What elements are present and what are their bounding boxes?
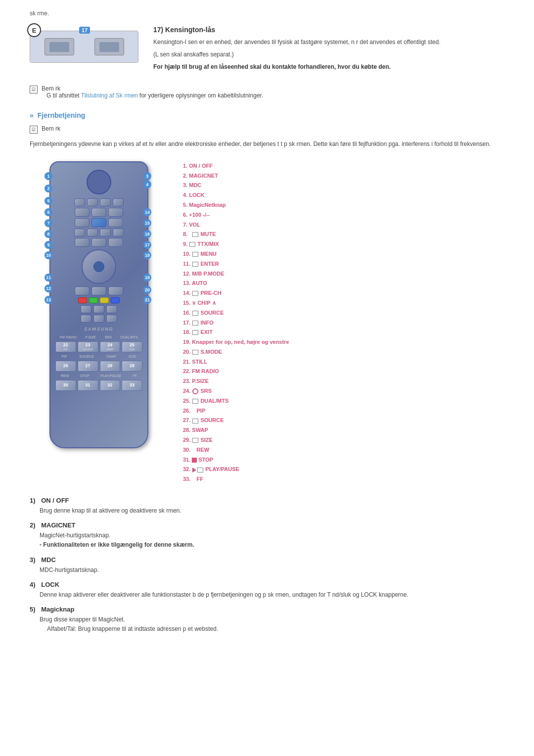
btn-u2 bbox=[93, 315, 104, 323]
bottom-grid-row3: 30 31 32 33 bbox=[55, 380, 142, 391]
prech-icon bbox=[192, 291, 198, 296]
link-tilslutning[interactable]: Tilslutning af Sk rmen bbox=[81, 92, 138, 99]
enter-icon bbox=[192, 262, 198, 267]
kensington-slot-inner-left bbox=[49, 42, 69, 52]
dual-icon bbox=[192, 399, 198, 404]
item-header-4: 4) LOCK bbox=[30, 581, 504, 588]
source2-icon bbox=[192, 419, 198, 424]
bottom-grid-row2: 26 27 28 29 bbox=[55, 361, 142, 372]
legend-24: 24. SRS bbox=[183, 386, 504, 396]
btn-m2 bbox=[91, 208, 106, 217]
play-icon bbox=[192, 468, 196, 472]
btn-s2 bbox=[87, 198, 98, 206]
legend-18: 18. EXIT bbox=[183, 328, 504, 337]
item-header-2: 2) MAGICNET bbox=[30, 521, 504, 529]
size-icon bbox=[192, 438, 198, 443]
remote-power-area bbox=[87, 170, 111, 194]
badge-10: 10 bbox=[44, 251, 52, 259]
legend-10: 10. MENU bbox=[183, 249, 504, 259]
btn-t2 bbox=[93, 305, 104, 313]
section-title-remote: Fjernbetjening bbox=[30, 111, 504, 119]
btn-row-4 bbox=[55, 229, 142, 236]
btn-30: 30 bbox=[55, 380, 76, 391]
btn-m3 bbox=[108, 208, 123, 217]
btn-32: 32 bbox=[100, 380, 121, 391]
badge-4: 4 bbox=[143, 181, 151, 189]
legend-19: 19. Knapper for op, ned, højre og venstr… bbox=[183, 337, 504, 347]
legend-4: 4. LOCK bbox=[183, 190, 504, 200]
btn-27: 27 bbox=[78, 361, 98, 372]
badge-13: 13 bbox=[44, 296, 52, 304]
kensington-section: E 17 17) Kensington-lås Kensington-l sen… bbox=[30, 26, 504, 75]
legend-21: 21. STILL bbox=[183, 357, 504, 367]
info-icon bbox=[192, 321, 198, 326]
top-note: sk rme. bbox=[30, 10, 504, 17]
kensington-slot-left bbox=[44, 38, 74, 55]
note-icon-1: ☑ bbox=[30, 86, 38, 94]
btn-r1 bbox=[75, 238, 89, 247]
remote-body: 1 2 3 4 5 6 14 bbox=[49, 161, 148, 448]
kensington-slot-inner-right bbox=[99, 42, 119, 52]
bottom-grid-row1: 22PIP 23SOURCE 24SWAP 25SIZE bbox=[55, 341, 142, 352]
btn-row-6 bbox=[55, 286, 142, 295]
item-header-5: 5) Magicknap bbox=[30, 606, 504, 613]
badge-17: 17 bbox=[79, 27, 90, 34]
kensington-img-box bbox=[30, 31, 138, 63]
item-section-1: 1) ON / OFF Brug denne knap til at aktiv… bbox=[30, 497, 504, 516]
btn-28: 28 bbox=[100, 361, 121, 372]
kensington-image: E 17 bbox=[30, 26, 138, 63]
item-section-4: 4) LOCK Denne knap aktiverer eller deakt… bbox=[30, 581, 504, 600]
nav-center bbox=[93, 261, 104, 272]
smode-icon bbox=[192, 350, 198, 355]
btn-row-3 bbox=[55, 218, 142, 227]
legend-3: 3. MDC bbox=[183, 181, 504, 190]
item-body-2: MagicNet-hurtigstartsknap. - Funktionali… bbox=[30, 531, 504, 550]
btn-row-8 bbox=[55, 315, 142, 323]
legend-11: 11. ENTER bbox=[183, 259, 504, 269]
btn-green bbox=[89, 297, 98, 303]
kensington-text: 17) Kensington-lås Kensington-l sen er e… bbox=[153, 26, 441, 75]
ttx-icon bbox=[189, 242, 195, 247]
legend-7: 7. VOL bbox=[183, 220, 504, 230]
btn-m6 bbox=[108, 218, 123, 227]
remote-section: 1 2 3 4 5 6 14 bbox=[30, 161, 504, 484]
mute-icon bbox=[192, 232, 198, 237]
legend-27: 27. SOURCE bbox=[183, 416, 504, 425]
btn-s4 bbox=[113, 198, 124, 206]
kensington-bold-note: For hjælp til brug af en låseenhed skal … bbox=[153, 62, 441, 72]
btn-s3 bbox=[100, 198, 111, 206]
btn-26: 26 bbox=[55, 361, 76, 372]
btn-row-1 bbox=[55, 198, 142, 206]
legend-17: 17. INFO bbox=[183, 318, 504, 328]
badge-16: 16 bbox=[143, 230, 151, 238]
exit-icon bbox=[192, 330, 198, 335]
item-body-5: Brug disse knapper til MagicNet. Alfabet… bbox=[30, 615, 504, 634]
item-header-1: 1) ON / OFF bbox=[30, 497, 504, 504]
color-btns bbox=[55, 297, 142, 303]
btn-ss4 bbox=[113, 229, 124, 236]
btn-q2 bbox=[91, 286, 106, 295]
btn-yellow bbox=[100, 297, 109, 303]
legend-5: 5. MagicNetknap bbox=[183, 200, 504, 210]
legend-16: 16. SOURCE bbox=[183, 308, 504, 318]
circle-e-label: E bbox=[27, 23, 41, 37]
btn-m5-blue bbox=[91, 218, 106, 227]
btn-row-2 bbox=[55, 208, 142, 217]
badge-15: 15 bbox=[143, 219, 151, 227]
srs-circle-icon bbox=[192, 388, 198, 394]
kensington-desc2: (L sen skal anskaffes separat.) bbox=[153, 50, 441, 59]
badge-1: 1 bbox=[44, 172, 52, 180]
legend-8: 8. MUTE bbox=[183, 230, 504, 239]
remote-image-container: 1 2 3 4 5 6 14 bbox=[30, 161, 168, 448]
remote-body-text: Fjernbetjeningens ydeevne kan p virkes a… bbox=[30, 140, 504, 149]
btn-blue2 bbox=[111, 297, 120, 303]
legend-23: 23. P.SIZE bbox=[183, 377, 504, 386]
legend-6: 6. +100 -/-- bbox=[183, 210, 504, 220]
kensington-desc1: Kensington-l sen er en enhed, der anvend… bbox=[153, 38, 441, 47]
btn-31: 31 bbox=[78, 380, 98, 391]
btn-s1 bbox=[74, 198, 85, 206]
item-body-3: MDC-hurtigstartsknap. bbox=[30, 566, 504, 575]
badge-2: 2 bbox=[44, 185, 52, 192]
btn-red bbox=[78, 297, 87, 303]
btn-ss2 bbox=[87, 229, 98, 236]
